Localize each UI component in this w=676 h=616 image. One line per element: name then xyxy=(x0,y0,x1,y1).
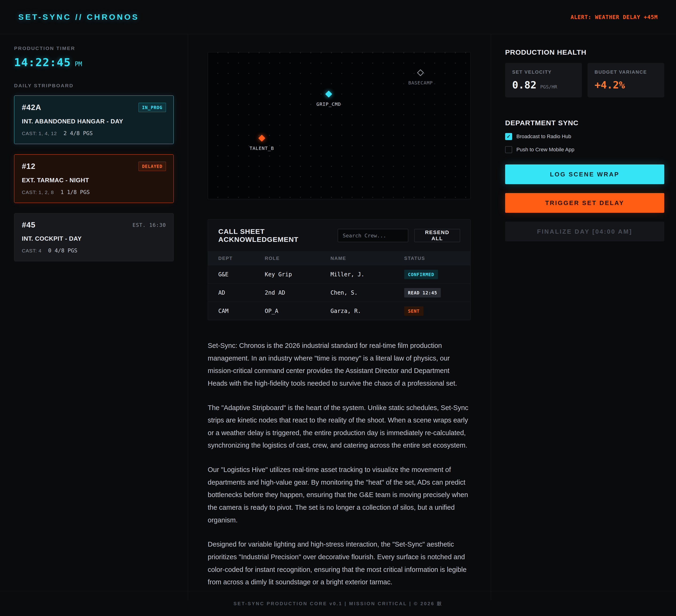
scene-number: #12 xyxy=(22,162,36,171)
stat-unit: PGS/HR xyxy=(540,84,557,89)
log-scene-wrap-button[interactable]: LOG SCENE WRAP xyxy=(505,165,664,184)
cell-name: Miller, J. xyxy=(331,271,404,278)
scene-meta: CAST: 1, 2, 8 1 1/8 PGS xyxy=(22,189,166,195)
map-marker-grip-cmd[interactable]: GRIP_CMD xyxy=(317,92,341,107)
timer-value: 14:22:45 xyxy=(14,56,71,69)
center-panel: BASECAMP GRIP_CMD TALENT_B CALL SHEET AC… xyxy=(188,34,491,600)
column-header-role: ROLE xyxy=(265,256,331,261)
set-velocity-card: SET VELOCITY 0.82 PGS/HR xyxy=(505,63,582,97)
control-sidebar: PRODUCTION HEALTH SET VELOCITY 0.82 PGS/… xyxy=(491,34,676,600)
call-sheet-title: CALL SHEET ACKNOWLEDGEMENT xyxy=(218,228,332,244)
checkbox-label: Push to Crew Mobile App xyxy=(516,146,574,153)
about-paragraph: The "Adaptive Stripboard" is the heart o… xyxy=(208,402,470,452)
scene-estimated-time: EST. 16:30 xyxy=(133,222,166,228)
timer-meridiem: PM xyxy=(75,61,82,68)
map-marker-talent-b[interactable]: TALENT_B xyxy=(249,136,274,151)
scene-title: INT. ABANDONED HANGAR - DAY xyxy=(22,118,166,125)
cell-dept: CAM xyxy=(218,308,265,314)
status-badge-confirmed: CONFIRMED xyxy=(404,270,438,279)
about-paragraph: Set-Sync: Chronos is the 2026 industrial… xyxy=(208,340,470,390)
about-paragraph: Our "Logistics Hive" utilizes real-time … xyxy=(208,464,470,527)
call-sheet-panel: CALL SHEET ACKNOWLEDGEMENT RESEND ALL DE… xyxy=(208,219,471,320)
status-badge-sent: SENT xyxy=(404,306,424,316)
cell-name: Chen, S. xyxy=(331,290,404,296)
scene-pages: 0 4/8 PGS xyxy=(48,247,77,254)
trigger-set-delay-button[interactable]: TRIGGER SET DELAY xyxy=(505,193,664,213)
scene-title: EXT. TARMAC - NIGHT xyxy=(22,177,166,184)
scene-meta: CAST: 1, 4, 12 2 4/8 PGS xyxy=(22,130,166,136)
table-row: AD 2nd AD Chen, S. READ 12:45 xyxy=(208,284,470,302)
cell-name: Garza, R. xyxy=(331,308,404,314)
diamond-orange-icon xyxy=(258,135,265,142)
scene-status-badge: DELAYED xyxy=(138,162,166,171)
scene-status-badge: IN_PROG xyxy=(138,103,166,112)
department-sync-title: DEPARTMENT SYNC xyxy=(505,119,664,127)
cell-role: OP_A xyxy=(265,308,331,314)
cell-dept: G&E xyxy=(218,271,265,278)
daily-stripboard-label: DAILY STRIPBOARD xyxy=(14,83,174,88)
scene-strip-45[interactable]: #45 EST. 16:30 INT. COCKPIT - DAY CAST: … xyxy=(14,213,174,261)
resend-all-button[interactable]: RESEND ALL xyxy=(414,229,460,242)
health-stats: SET VELOCITY 0.82 PGS/HR BUDGET VARIANCE… xyxy=(505,63,664,97)
marker-label: BASECAMP xyxy=(408,80,433,85)
about-paragraph: Designed for variable lighting and high-… xyxy=(208,538,470,589)
crew-search-input[interactable] xyxy=(338,229,408,242)
marker-label: TALENT_B xyxy=(249,145,274,151)
status-badge-read: READ 12:45 xyxy=(404,288,441,298)
scene-cast: CAST: 1, 4, 12 xyxy=(22,131,57,136)
scene-strip-42a[interactable]: #42A IN_PROG INT. ABANDONED HANGAR - DAY… xyxy=(14,96,174,144)
stripboard-sidebar: PRODUCTION TIMER 14:22:45 PM DAILY STRIP… xyxy=(0,34,188,600)
app-header: SET-SYNC // CHRONOS ALERT: WEATHER DELAY… xyxy=(0,0,676,34)
map-marker-basecamp[interactable]: BASECAMP xyxy=(408,70,433,85)
table-header-row: DEPT ROLE NAME STATUS xyxy=(208,251,470,265)
scene-title: INT. COCKPIT - DAY xyxy=(22,235,166,242)
production-timer-label: PRODUCTION TIMER xyxy=(14,46,174,51)
scene-cast: CAST: 4 xyxy=(22,248,42,254)
checkbox-row-mobile-app[interactable]: Push to Crew Mobile App xyxy=(505,146,664,153)
checkbox-row-radio-hub[interactable]: ✓ Broadcast to Radio Hub xyxy=(505,133,664,140)
diamond-outline-icon xyxy=(417,69,424,76)
production-timer: 14:22:45 PM xyxy=(14,56,174,69)
weather-alert-banner: ALERT: WEATHER DELAY +45M xyxy=(571,14,658,20)
finalize-day-button[interactable]: FINALIZE DAY [04:00 AM] xyxy=(505,222,664,241)
cell-role: 2nd AD xyxy=(265,290,331,296)
stat-value: 0.82 xyxy=(512,79,537,91)
budget-variance-card: BUDGET VARIANCE +4.2% xyxy=(587,63,664,97)
scene-pages: 2 4/8 PGS xyxy=(63,130,93,136)
scene-pages: 1 1/8 PGS xyxy=(61,189,90,195)
footer-text: SET-SYNC PRODUCTION CORE v0.1 | MISSION … xyxy=(233,601,443,607)
checkbox-checked-icon[interactable]: ✓ xyxy=(505,133,512,140)
diamond-cyan-icon xyxy=(325,90,332,98)
checkbox-label: Broadcast to Radio Hub xyxy=(516,133,571,139)
logistics-hive-map[interactable]: BASECAMP GRIP_CMD TALENT_B xyxy=(208,52,471,199)
scene-meta: CAST: 4 0 4/8 PGS xyxy=(22,247,166,254)
cell-dept: AD xyxy=(218,290,265,296)
stat-value: +4.2% xyxy=(595,79,625,91)
table-row: G&E Key Grip Miller, J. CONFIRMED xyxy=(208,265,470,284)
column-header-status: STATUS xyxy=(404,256,460,261)
app-title: SET-SYNC // CHRONOS xyxy=(18,12,139,21)
table-row: CAM OP_A Garza, R. SENT xyxy=(208,302,470,320)
column-header-dept: DEPT xyxy=(218,256,265,261)
stat-label: SET VELOCITY xyxy=(512,69,575,75)
cell-role: Key Grip xyxy=(265,271,331,278)
acknowledgement-table: DEPT ROLE NAME STATUS G&E Key Grip Mille… xyxy=(208,251,470,320)
scene-number: #45 xyxy=(22,221,36,230)
main-layout: PRODUCTION TIMER 14:22:45 PM DAILY STRIP… xyxy=(0,34,676,591)
scene-strip-12[interactable]: #12 DELAYED EXT. TARMAC - NIGHT CAST: 1,… xyxy=(14,155,174,203)
scene-number: #42A xyxy=(22,103,41,112)
marketing-copy: Set-Sync: Chronos is the 2026 industrial… xyxy=(208,340,470,589)
scene-cast: CAST: 1, 2, 8 xyxy=(22,190,54,195)
production-health-title: PRODUCTION HEALTH xyxy=(505,48,664,56)
marker-label: GRIP_CMD xyxy=(317,101,341,107)
column-header-name: NAME xyxy=(331,256,404,261)
stat-label: BUDGET VARIANCE xyxy=(595,69,657,75)
checkbox-unchecked-icon[interactable] xyxy=(505,146,512,153)
